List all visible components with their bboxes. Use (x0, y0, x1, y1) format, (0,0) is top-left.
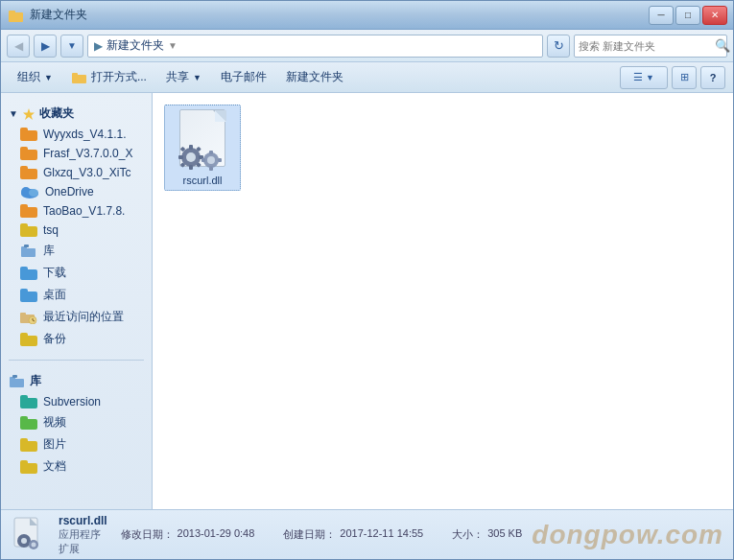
sidebar-item-label: Glxzq_V3.0_XiTc (43, 166, 130, 179)
organize-arrow: ▼ (44, 73, 53, 82)
email-button[interactable]: 电子邮件 (212, 65, 275, 90)
svg-rect-23 (189, 145, 193, 150)
svg-rect-10 (24, 245, 29, 247)
maximize-button[interactable]: □ (675, 6, 700, 25)
folder-icon (20, 267, 37, 280)
library-icon (20, 245, 37, 258)
sidebar-item-recent[interactable]: 最近访问的位置 (1, 306, 152, 328)
svg-point-22 (186, 152, 196, 162)
help-icon: ? (710, 72, 717, 83)
modified-label: 修改日期： (121, 527, 174, 542)
file-item-rscurl[interactable]: rscurl.dll (164, 105, 241, 191)
sidebar-item-wyyxds[interactable]: Wyyxds_V4.1.1. (1, 125, 152, 144)
sidebar-item-label: TaoBao_V1.7.8. (43, 204, 125, 218)
svg-marker-4 (23, 108, 35, 120)
sidebar-item-lib[interactable]: 库 (1, 240, 152, 262)
window: 新建文件夹 ─ □ ✕ ◀ ▶ ▼ ▶ 新建文件夹 ▼ ↻ 🔍 组织 ▼ (0, 0, 734, 560)
search-icon[interactable]: 🔍 (715, 38, 730, 53)
share-button[interactable]: 共享 ▼ (157, 65, 210, 90)
sidebar-item-video[interactable]: 视频 (1, 411, 152, 433)
layout-button[interactable]: ⊞ (672, 66, 697, 89)
favorites-section: ▼ 收藏夹 Wyyxds_V4.1.1. Frasf_V3.7.0.0_X (1, 99, 152, 354)
view-dropdown-button[interactable]: ☰ ▼ (620, 66, 668, 89)
svg-rect-36 (218, 158, 222, 162)
sidebar-item-onedrive[interactable]: OneDrive (1, 182, 152, 201)
view-arrow: ▼ (646, 73, 654, 82)
refresh-button[interactable]: ↻ (547, 35, 570, 58)
folder-icon (20, 438, 37, 452)
up-button[interactable]: ▼ (60, 35, 83, 58)
file-name-label: rscurl.dll (183, 175, 223, 186)
status-info: rscurl.dll 应用程序扩展 (59, 514, 111, 556)
search-input[interactable] (579, 40, 711, 52)
folder-icon (20, 333, 37, 346)
sidebar-item-label: 文档 (43, 458, 66, 475)
toolbar-right: ☰ ▼ ⊞ ? (620, 66, 725, 89)
favorites-header[interactable]: ▼ 收藏夹 (1, 103, 152, 125)
new-folder-button[interactable]: 新建文件夹 (277, 65, 352, 90)
sidebar-item-backup[interactable]: 备份 (1, 328, 152, 350)
svg-rect-35 (201, 158, 205, 162)
new-folder-label: 新建文件夹 (286, 69, 343, 85)
status-filetype: 应用程序扩展 (59, 527, 111, 556)
back-button[interactable]: ◀ (7, 35, 30, 58)
sidebar-item-tsq[interactable]: tsq (1, 221, 152, 240)
sidebar-item-glxzq[interactable]: Glxzq_V3.0_XiTc (1, 163, 152, 182)
address-bar: ◀ ▶ ▼ ▶ 新建文件夹 ▼ ↻ 🔍 (1, 30, 733, 62)
status-file-icon (11, 516, 49, 554)
library-folder-icon (9, 375, 26, 388)
share-label: 共享 (166, 69, 189, 85)
sidebar-item-label: 图片 (43, 436, 66, 453)
folder-open-icon (72, 71, 87, 84)
sidebar: ▼ 收藏夹 Wyyxds_V4.1.1. Frasf_V3.7.0.0_X (1, 93, 153, 509)
watermark: dongpow.com (532, 520, 723, 550)
dll-file-icon (176, 109, 229, 171)
close-button[interactable]: ✕ (702, 6, 727, 25)
minimize-button[interactable]: ─ (649, 6, 674, 25)
forward-button[interactable]: ▶ (34, 35, 57, 58)
svg-rect-3 (72, 73, 78, 77)
library-header[interactable]: 库 (1, 370, 152, 392)
breadcrumb[interactable]: ▶ 新建文件夹 ▼ (87, 35, 543, 58)
sidebar-divider (9, 360, 144, 361)
help-button[interactable]: ? (700, 66, 725, 89)
sidebar-item-frasf[interactable]: Frasf_V3.7.0.0_X (1, 144, 152, 163)
size-value: 305 KB (487, 527, 522, 542)
svg-rect-12 (20, 313, 26, 316)
sidebar-item-label: OneDrive (45, 185, 94, 198)
title-controls: ─ □ ✕ (649, 6, 727, 25)
sidebar-item-label: 下载 (43, 265, 66, 281)
sidebar-item-downloads[interactable]: 下载 (1, 262, 152, 284)
created-label: 创建日期： (283, 527, 336, 542)
sidebar-item-taobao[interactable]: TaoBao_V1.7.8. (1, 201, 152, 221)
window-title: 新建文件夹 (30, 7, 87, 23)
folder-icon (20, 166, 37, 179)
sidebar-item-documents[interactable]: 文档 (1, 455, 152, 478)
recent-icon (20, 311, 37, 324)
organize-button[interactable]: 组织 ▼ (9, 65, 61, 90)
status-size: 大小： 305 KB (452, 527, 522, 542)
window-icon (9, 8, 24, 23)
svg-rect-1 (9, 11, 15, 14)
onedrive-icon (20, 185, 39, 198)
search-box: 🔍 (574, 35, 727, 58)
sidebar-item-pictures[interactable]: 图片 (1, 433, 152, 455)
sidebar-item-subversion[interactable]: Subversion (1, 392, 152, 411)
organize-label: 组织 (17, 69, 40, 85)
library-section: 库 Subversion 视频 图片 文档 (1, 366, 152, 481)
favorites-arrow: ▼ (9, 108, 18, 119)
sidebar-item-label: 库 (43, 243, 55, 259)
folder-icon (20, 416, 37, 430)
size-label: 大小： (452, 527, 484, 542)
folder-icon (20, 289, 37, 302)
sidebar-item-desktop[interactable]: 桌面 (1, 284, 152, 306)
status-filename: rscurl.dll (59, 514, 111, 527)
open-button[interactable]: 打开方式... (63, 65, 155, 90)
open-label: 打开方式... (91, 69, 147, 85)
favorites-star-icon (22, 107, 36, 121)
view-icon: ☰ (633, 71, 643, 83)
library-label: 库 (30, 373, 41, 389)
status-bar: rscurl.dll 应用程序扩展 修改日期： 2013-01-29 0:48 … (1, 509, 733, 559)
svg-rect-34 (209, 167, 213, 171)
svg-point-7 (29, 189, 38, 197)
